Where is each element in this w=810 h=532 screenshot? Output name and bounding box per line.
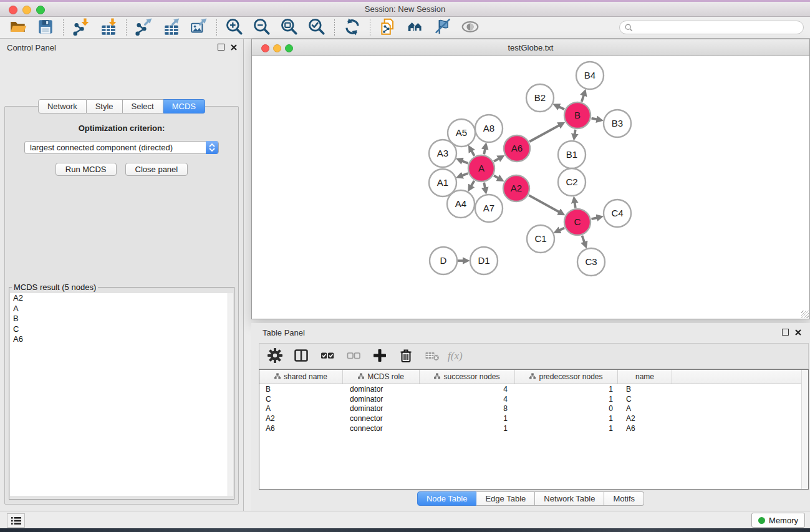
- graph-edge-B-B3[interactable]: [592, 118, 597, 120]
- graph-edge-A-A6[interactable]: [494, 158, 499, 162]
- export-network-button[interactable]: [132, 18, 156, 37]
- tab-edge-table[interactable]: Edge Table: [476, 491, 535, 506]
- graph-edge-C-C3[interactable]: [582, 236, 584, 243]
- settings-button[interactable]: [264, 346, 286, 366]
- graph-edge-A-A3[interactable]: [462, 161, 468, 163]
- tab-node-table[interactable]: Node Table: [417, 491, 477, 506]
- graph-edge-A-A7[interactable]: [484, 183, 485, 188]
- close-table-panel-icon[interactable]: [795, 329, 801, 336]
- table-cell[interactable]: A2: [618, 414, 672, 423]
- tab-network-table[interactable]: Network Table: [535, 491, 604, 506]
- run-mcds-button[interactable]: Run MCDS: [55, 163, 117, 176]
- table-row[interactable]: A2connector11A2: [259, 414, 808, 423]
- graph-edge-A-A2[interactable]: [494, 175, 498, 178]
- graph-edge-C-C4[interactable]: [591, 218, 597, 219]
- zoom-fit-button[interactable]: [277, 18, 301, 37]
- table-cell[interactable]: A6: [618, 424, 672, 433]
- node-table[interactable]: shared nameMCDS rolesuccessor nodesprede…: [259, 369, 809, 490]
- save-session-button[interactable]: [34, 18, 57, 37]
- tab-network[interactable]: Network: [38, 99, 87, 114]
- close-panel-icon[interactable]: [231, 44, 237, 51]
- graph-edge-B-B4[interactable]: [582, 95, 584, 102]
- tab-mcds[interactable]: MCDS: [163, 99, 205, 114]
- search-input[interactable]: [635, 22, 798, 32]
- delete-row-button[interactable]: [395, 346, 417, 366]
- mcds-result-list[interactable]: A2ABCA6: [10, 293, 233, 496]
- table-cell[interactable]: 1: [515, 385, 618, 394]
- column-header-MCDS-role[interactable]: MCDS role: [343, 370, 420, 384]
- tab-motifs[interactable]: Motifs: [604, 491, 644, 506]
- delete-table-button[interactable]: [422, 346, 443, 366]
- table-cell[interactable]: B: [259, 385, 343, 394]
- graph-edge-B-B2[interactable]: [559, 107, 564, 109]
- mcds-list-scrollbar[interactable]: [228, 293, 233, 496]
- table-cell[interactable]: A: [259, 404, 343, 413]
- table-row[interactable]: Cdominator41C: [259, 394, 808, 404]
- function-builder-button[interactable]: f(x): [448, 350, 463, 362]
- mcds-result-item[interactable]: B: [10, 314, 233, 324]
- table-cell[interactable]: 1: [515, 414, 618, 423]
- zoom-out-button[interactable]: [250, 18, 274, 37]
- table-cell[interactable]: 8: [420, 404, 515, 413]
- graph-edge-A-A1[interactable]: [462, 173, 468, 176]
- table-row[interactable]: Bdominator41B: [259, 384, 808, 394]
- import-table-button[interactable]: [97, 18, 120, 37]
- mcds-result-item[interactable]: A: [10, 304, 233, 314]
- network-graph[interactable]: B4B2BB3A8A5A6A3B1AC2A1A2A4A7C4CC1DD1C3: [252, 56, 809, 319]
- deselect-all-checkboxes-button[interactable]: [343, 346, 364, 366]
- show-panels-button[interactable]: [7, 513, 25, 528]
- show-all-networks-button[interactable]: [403, 18, 427, 37]
- column-header-successor-nodes[interactable]: successor nodes: [420, 370, 515, 384]
- tab-select[interactable]: Select: [123, 99, 163, 114]
- network-canvas[interactable]: B4B2BB3A8A5A6A3B1AC2A1A2A4A7C4CC1DD1C3: [252, 56, 809, 319]
- criterion-dropdown[interactable]: largest connected component (directed): [24, 141, 219, 154]
- table-cell[interactable]: 1: [420, 414, 515, 423]
- tab-style[interactable]: Style: [87, 99, 123, 114]
- graph-edge-A2-C[interactable]: [529, 195, 559, 212]
- zoom-selected-button[interactable]: [305, 18, 329, 37]
- float-panel-icon[interactable]: [218, 44, 224, 51]
- graph-edge-A-A5[interactable]: [471, 151, 475, 156]
- table-cell[interactable]: 0: [515, 404, 618, 413]
- close-panel-button[interactable]: Close panel: [125, 163, 188, 176]
- table-cell[interactable]: B: [618, 385, 672, 394]
- main-titlebar[interactable]: Session: New Session: [0, 2, 810, 17]
- table-cell[interactable]: C: [618, 395, 672, 404]
- table-row[interactable]: A6connector11A6: [259, 423, 808, 433]
- table-cell[interactable]: connector: [343, 414, 420, 423]
- column-header-predecessor-nodes[interactable]: predecessor nodes: [515, 370, 618, 384]
- table-cell[interactable]: dominator: [343, 404, 420, 413]
- table-cell[interactable]: dominator: [343, 395, 420, 404]
- graph-edge-A6-B[interactable]: [529, 125, 559, 142]
- table-row[interactable]: Adominator80A: [259, 404, 808, 414]
- import-network-button[interactable]: [69, 18, 93, 37]
- mcds-result-item[interactable]: C: [10, 324, 233, 335]
- table-cell[interactable]: 1: [515, 424, 618, 433]
- refresh-button[interactable]: [340, 18, 364, 37]
- add-row-button[interactable]: [369, 346, 390, 366]
- columns-button[interactable]: [291, 346, 312, 366]
- table-cell[interactable]: 1: [420, 424, 515, 433]
- graph-edge-A-A8[interactable]: [484, 148, 485, 154]
- table-cell[interactable]: 1: [515, 395, 618, 404]
- table-cell[interactable]: C: [259, 395, 343, 404]
- column-header-name[interactable]: name: [618, 370, 672, 384]
- mcds-result-item[interactable]: A2: [10, 293, 233, 304]
- table-cell[interactable]: A: [618, 404, 672, 413]
- network-from-selection-button[interactable]: [376, 18, 400, 37]
- table-cell[interactable]: A2: [259, 414, 343, 423]
- column-header-shared-name[interactable]: shared name: [259, 370, 343, 384]
- window-resize-grip[interactable]: [801, 311, 809, 318]
- export-image-button[interactable]: [187, 18, 211, 37]
- table-cell[interactable]: dominator: [343, 385, 420, 394]
- table-cell[interactable]: 4: [420, 385, 515, 394]
- table-scrollbar[interactable]: [801, 370, 808, 489]
- show-graphics-details-button[interactable]: [458, 18, 482, 37]
- graph-edge-C-C1[interactable]: [559, 228, 564, 231]
- mcds-result-item[interactable]: A6: [10, 334, 233, 345]
- hide-graphics-details-button[interactable]: [431, 18, 455, 37]
- graph-edge-B-B1[interactable]: [575, 130, 576, 135]
- graph-edge-C-C2[interactable]: [575, 203, 576, 208]
- memory-button[interactable]: Memory: [751, 513, 805, 528]
- open-session-button[interactable]: [6, 18, 30, 37]
